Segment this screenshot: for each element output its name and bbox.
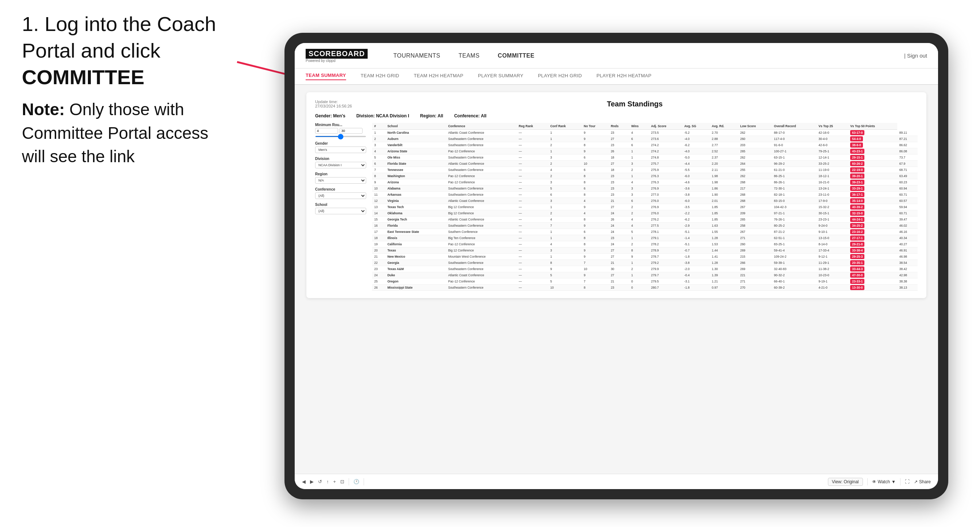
- table-cell-2-10: 2.77: [710, 142, 738, 148]
- filter-conference-label: Conference: [315, 187, 366, 191]
- table-cell-18-8: 278.2: [649, 241, 682, 248]
- table-cell-12-14: 40-39-2: [848, 204, 897, 210]
- toolbar-forward[interactable]: ▶: [310, 479, 313, 484]
- bottom-toolbar: ◀ ▶ ↺ ↑ + ⊡ 🕐 View: Original 👁 Watch ▼ ⛶…: [295, 474, 938, 489]
- table-cell-1-7: 6: [629, 136, 649, 142]
- watch-button[interactable]: 👁 Watch ▼: [872, 479, 896, 484]
- nav-committee[interactable]: COMMITTEE: [498, 52, 535, 59]
- th-rnds: Rnds: [609, 123, 629, 130]
- table-cell-3-11: 265: [738, 148, 772, 154]
- tab-team-summary[interactable]: TEAM SUMMARY: [305, 73, 346, 80]
- table-cell-7-11: 262: [738, 173, 772, 179]
- view-original-button[interactable]: View: Original: [828, 478, 863, 486]
- table-cell-24-11: 271: [738, 278, 772, 285]
- tab-team-h2h-heatmap[interactable]: TEAM H2H HEATMAP: [414, 73, 463, 80]
- nav-teams[interactable]: TEAMS: [458, 52, 480, 59]
- table-cell-5-13: 33-25-2: [816, 161, 848, 167]
- filter-school-select[interactable]: (All): [315, 208, 366, 214]
- table-cell-10-1: Arkansas: [385, 192, 446, 198]
- table-cell-7-2: Pac-12 Conference: [446, 173, 517, 179]
- table-cell-1-8: 273.6: [649, 136, 682, 142]
- tablet-screen: SCOREBOARD Powered by clippd TOURNAMENTS…: [295, 43, 938, 489]
- table-cell-23-14: 47-30-0: [848, 272, 897, 278]
- table-cell-3-8: 274.2: [649, 148, 682, 154]
- filter-conference-select[interactable]: (All): [315, 192, 366, 199]
- table-cell-24-15: 38.38: [897, 278, 918, 285]
- toolbar-refresh[interactable]: ↺: [318, 479, 322, 484]
- table-cell-14-9: -6.2: [682, 216, 710, 223]
- filters-and-table: Minimum Rou... Gender Men's: [315, 123, 918, 291]
- table-cell-3-7: 1: [629, 148, 649, 154]
- table-cell-20-7: 9: [629, 254, 649, 260]
- table-cell-6-14: 22-19-0: [848, 167, 897, 173]
- toolbar-fullscreen[interactable]: ⛶: [905, 479, 910, 484]
- toolbar-clock[interactable]: 🕐: [353, 479, 359, 484]
- table-cell-6-5: 6: [582, 167, 609, 173]
- toolbar-share-small[interactable]: ↑: [326, 479, 329, 484]
- table-cell-10-2: Southeastern Conference: [446, 192, 517, 198]
- table-cell-2-15: 86.62: [897, 142, 918, 148]
- table-cell-9-12: 72-30-1: [772, 186, 816, 192]
- filter-group-gender: Gender Men's: [315, 141, 366, 153]
- table-cell-13-11: 209: [738, 210, 772, 216]
- filter-division-select[interactable]: NCAA Division I: [315, 162, 366, 168]
- table-cell-3-10: 2.52: [710, 148, 738, 154]
- table-cell-16-5: 6: [582, 229, 609, 235]
- table-cell-15-10: 1.63: [710, 223, 738, 229]
- table-cell-9-15: 60.94: [897, 186, 918, 192]
- table-cell-12-10: 1.85: [710, 204, 738, 210]
- tab-player-h2h-grid[interactable]: PLAYER H2H GRID: [538, 73, 582, 80]
- share-button[interactable]: ↗ Share: [914, 479, 931, 484]
- table-cell-17-6: 23: [609, 235, 629, 241]
- filter-group-division: Division NCAA Division I: [315, 157, 366, 168]
- filter-school-label: School: [315, 203, 366, 206]
- toolbar-add[interactable]: +: [333, 479, 336, 484]
- filter-region-select[interactable]: N/A: [315, 177, 366, 184]
- table-cell-11-0: 12: [372, 198, 385, 204]
- table-cell-18-3: —: [517, 241, 548, 248]
- table-cell-19-10: 1.44: [710, 248, 738, 254]
- table-cell-15-6: 24: [609, 223, 629, 229]
- filter-gender-select[interactable]: Men's: [315, 146, 366, 153]
- filter-group-min-rou: Minimum Rou...: [315, 123, 366, 138]
- update-time: Update time: 27/03/2024 16:56:26: [315, 100, 352, 108]
- table-row: 15Georgia TechAtlantic Coast Conference—…: [372, 216, 918, 223]
- table-cell-0-13: 42-16-0: [816, 130, 848, 136]
- table-cell-18-9: -5.1: [682, 241, 710, 248]
- th-avg-rd: Avg. Rd.: [710, 123, 738, 130]
- table-cell-24-2: Pac-12 Conference: [446, 278, 517, 285]
- table-cell-24-10: 1.21: [710, 278, 738, 285]
- table-cell-20-1: New Mexico: [385, 254, 446, 260]
- table-cell-7-5: 8: [582, 173, 609, 179]
- table-cell-23-3: —: [517, 272, 548, 278]
- table-cell-25-3: —: [517, 285, 548, 291]
- table-row: 14OklahomaBig 12 Conference—24242276.0-2…: [372, 210, 918, 216]
- table-cell-5-9: -4.4: [682, 161, 710, 167]
- table-cell-2-2: Southeastern Conference: [446, 142, 517, 148]
- table-cell-8-5: 8: [582, 179, 609, 186]
- tab-player-h2h-heatmap[interactable]: PLAYER H2H HEATMAP: [596, 73, 651, 80]
- toolbar-back[interactable]: ◀: [302, 479, 305, 484]
- filter-min-rou-val2[interactable]: [340, 128, 363, 134]
- filter-min-rou-slider[interactable]: [315, 136, 366, 137]
- table-cell-17-12: 62-51-1: [772, 235, 816, 241]
- table-cell-10-15: 60.71: [897, 192, 918, 198]
- nav-tournaments[interactable]: TOURNAMENTS: [393, 52, 440, 59]
- table-cell-3-13: 79-25-1: [816, 148, 848, 154]
- toolbar-tab[interactable]: ⊡: [340, 479, 344, 484]
- table-cell-13-7: 2: [629, 210, 649, 216]
- table-cell-21-12: 59-39-1: [772, 260, 816, 266]
- tab-team-h2h-grid[interactable]: TEAM H2H GRID: [361, 73, 399, 80]
- table-cell-6-4: 4: [548, 167, 582, 173]
- table-cell-2-5: 8: [582, 142, 609, 148]
- sign-out-link[interactable]: Sign out: [907, 52, 927, 59]
- tab-player-summary[interactable]: PLAYER SUMMARY: [478, 73, 523, 80]
- table-cell-13-8: 276.0: [649, 210, 682, 216]
- filter-min-rou-val1[interactable]: [315, 128, 338, 134]
- table-cell-24-8: 279.5: [649, 278, 682, 285]
- table-cell-18-6: 24: [609, 241, 629, 248]
- table-cell-4-12: 63-15-1: [772, 154, 816, 161]
- table-cell-19-4: 3: [548, 248, 582, 254]
- table-cell-9-7: 3: [629, 186, 649, 192]
- table-cell-7-3: —: [517, 173, 548, 179]
